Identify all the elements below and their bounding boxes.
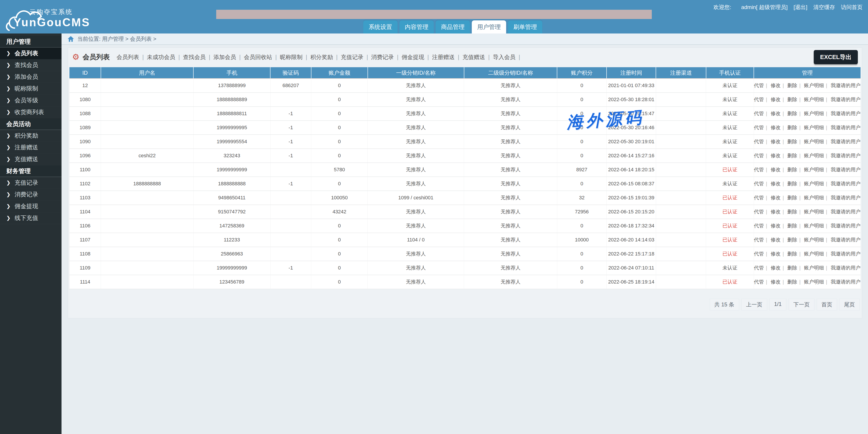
- action-account-detail-link[interactable]: 账户明细: [804, 279, 829, 285]
- action-proxy-link[interactable]: 代管: [754, 237, 769, 242]
- action-account-detail-link[interactable]: 账户明细: [804, 265, 829, 271]
- action-invited-users-link[interactable]: 我邀请的用户: [831, 265, 861, 271]
- toolbar-link[interactable]: 充值记录: [341, 53, 371, 61]
- action-account-detail-link[interactable]: 账户明细: [804, 209, 829, 214]
- toolbar-link[interactable]: 查找会员: [183, 53, 214, 61]
- action-proxy-link[interactable]: 代管: [754, 139, 769, 144]
- action-account-detail-link[interactable]: 账户明细: [804, 125, 829, 131]
- sidebar-entry[interactable]: ❯ 佣金提现: [0, 201, 62, 212]
- action-account-detail-link[interactable]: 账户明细: [804, 153, 829, 158]
- action-delete-link[interactable]: 删除: [787, 111, 803, 116]
- toolbar-link[interactable]: 积分奖励: [310, 53, 341, 61]
- nav-tab[interactable]: 用户管理: [472, 20, 506, 33]
- toolbar-link[interactable]: 添加会员: [214, 53, 244, 61]
- sidebar-entry[interactable]: ❯ 注册赠送: [0, 142, 62, 153]
- toolbar-link[interactable]: 会员回收站: [244, 53, 280, 61]
- action-edit-link[interactable]: 修改: [771, 111, 786, 116]
- pagination-button[interactable]: 共 15 条: [710, 299, 739, 311]
- action-proxy-link[interactable]: 代管: [754, 153, 769, 158]
- action-edit-link[interactable]: 修改: [771, 251, 786, 257]
- action-proxy-link[interactable]: 代管: [754, 167, 769, 172]
- action-proxy-link[interactable]: 代管: [754, 279, 769, 285]
- action-account-detail-link[interactable]: 账户明细: [804, 139, 829, 144]
- action-edit-link[interactable]: 修改: [771, 265, 786, 271]
- action-proxy-link[interactable]: 代管: [754, 265, 769, 271]
- action-delete-link[interactable]: 删除: [787, 195, 803, 201]
- action-invited-users-link[interactable]: 我邀请的用户: [831, 83, 861, 88]
- sidebar-entry[interactable]: ❯ 充值赠送: [0, 153, 62, 165]
- action-delete-link[interactable]: 删除: [787, 265, 803, 271]
- action-invited-users-link[interactable]: 我邀请的用户: [831, 125, 861, 131]
- header-link[interactable]: [退出]: [794, 4, 807, 11]
- toolbar-link[interactable]: 充值赠送: [463, 53, 493, 61]
- action-proxy-link[interactable]: 代管: [754, 181, 769, 186]
- excel-export-button[interactable]: EXCEL导出: [814, 50, 858, 64]
- action-proxy-link[interactable]: 代管: [754, 195, 769, 201]
- action-edit-link[interactable]: 修改: [771, 279, 786, 285]
- action-account-detail-link[interactable]: 账户明细: [804, 97, 829, 102]
- sidebar-entry[interactable]: ❯ 积分奖励: [0, 130, 62, 142]
- action-account-detail-link[interactable]: 账户明细: [804, 111, 829, 116]
- toolbar-link[interactable]: 导入会员: [493, 53, 523, 61]
- action-edit-link[interactable]: 修改: [771, 167, 786, 172]
- action-delete-link[interactable]: 删除: [787, 167, 803, 172]
- pagination-button[interactable]: 1/1: [769, 299, 786, 311]
- action-account-detail-link[interactable]: 账户明细: [804, 195, 829, 201]
- action-invited-users-link[interactable]: 我邀请的用户: [831, 209, 861, 214]
- action-edit-link[interactable]: 修改: [771, 223, 786, 229]
- action-invited-users-link[interactable]: 我邀请的用户: [831, 167, 861, 172]
- action-account-detail-link[interactable]: 账户明细: [804, 223, 829, 229]
- action-delete-link[interactable]: 删除: [787, 237, 803, 242]
- action-invited-users-link[interactable]: 我邀请的用户: [831, 251, 861, 257]
- action-invited-users-link[interactable]: 我邀请的用户: [831, 111, 861, 116]
- nav-tab[interactable]: 商品管理: [436, 20, 470, 33]
- action-invited-users-link[interactable]: 我邀请的用户: [831, 153, 861, 158]
- nav-tab[interactable]: 内容管理: [399, 20, 434, 33]
- action-edit-link[interactable]: 修改: [771, 97, 786, 102]
- action-invited-users-link[interactable]: 我邀请的用户: [831, 279, 861, 285]
- action-edit-link[interactable]: 修改: [771, 83, 786, 88]
- action-delete-link[interactable]: 删除: [787, 223, 803, 229]
- pagination-button[interactable]: 上一页: [741, 299, 767, 311]
- action-delete-link[interactable]: 删除: [787, 139, 803, 144]
- action-edit-link[interactable]: 修改: [771, 139, 786, 144]
- header-link[interactable]: admin[ 超级管理员]: [741, 4, 787, 11]
- action-proxy-link[interactable]: 代管: [754, 223, 769, 229]
- action-account-detail-link[interactable]: 账户明细: [804, 83, 829, 88]
- toolbar-link[interactable]: 会员列表: [117, 53, 147, 61]
- action-proxy-link[interactable]: 代管: [754, 83, 769, 88]
- action-edit-link[interactable]: 修改: [771, 153, 786, 158]
- action-delete-link[interactable]: 删除: [787, 279, 803, 285]
- action-invited-users-link[interactable]: 我邀请的用户: [831, 97, 861, 102]
- action-invited-users-link[interactable]: 我邀请的用户: [831, 223, 861, 229]
- sidebar-entry[interactable]: ❯ 收货商列表: [0, 106, 62, 118]
- toolbar-link[interactable]: 佣金提现: [402, 53, 432, 61]
- pagination-button[interactable]: 首页: [817, 299, 837, 311]
- action-delete-link[interactable]: 删除: [787, 153, 803, 158]
- action-delete-link[interactable]: 删除: [787, 125, 803, 131]
- action-delete-link[interactable]: 删除: [787, 251, 803, 257]
- action-delete-link[interactable]: 删除: [787, 83, 803, 88]
- action-edit-link[interactable]: 修改: [771, 181, 786, 186]
- header-link[interactable]: 清空缓存: [813, 4, 835, 11]
- action-proxy-link[interactable]: 代管: [754, 125, 769, 131]
- action-invited-users-link[interactable]: 我邀请的用户: [831, 181, 861, 186]
- action-account-detail-link[interactable]: 账户明细: [804, 237, 829, 242]
- action-proxy-link[interactable]: 代管: [754, 251, 769, 257]
- action-edit-link[interactable]: 修改: [771, 195, 786, 201]
- sidebar-entry[interactable]: ❯ 线下充值: [0, 212, 62, 224]
- header-link[interactable]: 访问首页: [841, 4, 863, 11]
- toolbar-link[interactable]: 消费记录: [371, 53, 402, 61]
- toolbar-link[interactable]: 未成功会员: [147, 53, 183, 61]
- sidebar-entry[interactable]: ❯ 昵称限制: [0, 83, 62, 94]
- sidebar-entry[interactable]: ❯ 查找会员: [0, 59, 62, 71]
- action-proxy-link[interactable]: 代管: [754, 209, 769, 214]
- nav-tab[interactable]: 系统设置: [363, 20, 398, 33]
- action-delete-link[interactable]: 删除: [787, 97, 803, 102]
- action-account-detail-link[interactable]: 账户明细: [804, 181, 829, 186]
- action-delete-link[interactable]: 删除: [787, 181, 803, 186]
- action-proxy-link[interactable]: 代管: [754, 97, 769, 102]
- action-edit-link[interactable]: 修改: [771, 125, 786, 131]
- sidebar-entry[interactable]: ❯ 添加会员: [0, 71, 62, 83]
- action-delete-link[interactable]: 删除: [787, 209, 803, 214]
